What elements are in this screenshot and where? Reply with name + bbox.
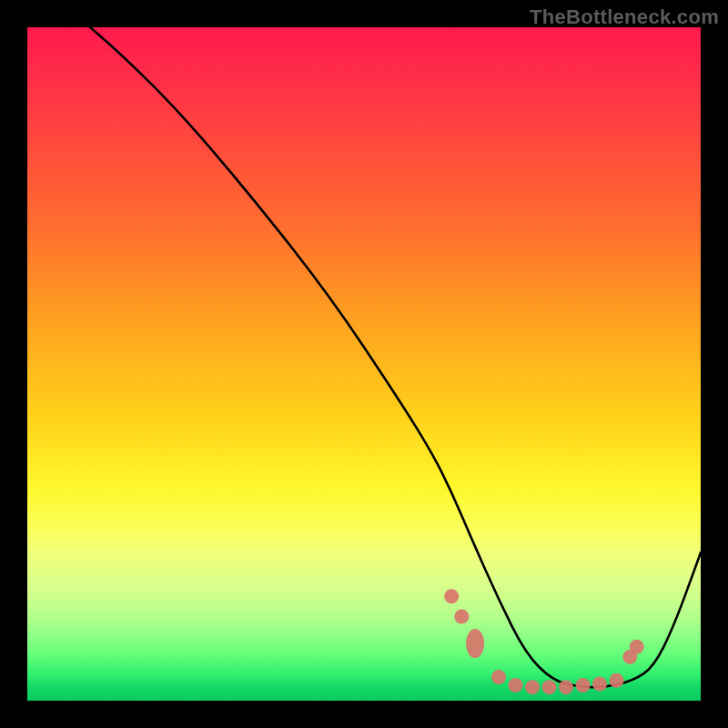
curve-marker	[576, 678, 591, 693]
curve-marker	[592, 677, 607, 692]
curve-marker	[466, 629, 484, 658]
plot-area	[27, 27, 701, 701]
curve-layer	[27, 27, 701, 701]
watermark-text: TheBottleneck.com	[530, 5, 719, 29]
chart-frame: TheBottleneck.com	[0, 0, 728, 728]
curve-marker	[454, 610, 469, 624]
curve-marker	[491, 670, 506, 684]
curve-marker	[610, 673, 624, 688]
bottleneck-curve-path	[27, 27, 701, 687]
curve-marker	[525, 680, 540, 694]
curve-marker	[509, 678, 523, 693]
curve-marker	[630, 640, 644, 654]
curve-marker	[559, 680, 573, 694]
curve-markers	[444, 589, 644, 694]
curve-marker	[444, 589, 459, 603]
curve-marker	[542, 680, 557, 694]
